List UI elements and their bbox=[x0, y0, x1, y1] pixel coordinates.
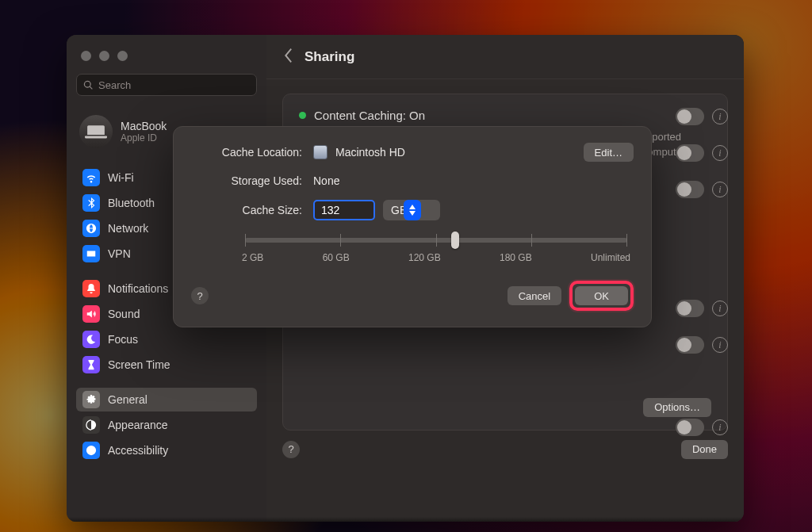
sidebar-item-label: General bbox=[108, 393, 147, 406]
storage-used-label: Storage Used: bbox=[191, 174, 302, 187]
slider-tick-label: 180 GB bbox=[500, 252, 532, 263]
zoom-dot[interactable] bbox=[117, 51, 128, 61]
sidebar-item-label: Screen Time bbox=[108, 358, 170, 371]
hour-icon bbox=[82, 356, 100, 373]
cancel-button[interactable]: Cancel bbox=[508, 286, 561, 305]
cache-options-sheet: Cache Location: Macintosh HD Edit… Stora… bbox=[173, 126, 652, 327]
titlebar: Sharing bbox=[266, 35, 744, 79]
sidebar-item-label: Appearance bbox=[108, 419, 168, 431]
search-placeholder: Search bbox=[98, 79, 131, 91]
info-icon[interactable]: i bbox=[712, 145, 728, 161]
slider-knob[interactable] bbox=[451, 232, 459, 249]
ok-button[interactable]: OK bbox=[575, 286, 628, 305]
cache-size-label: Cache Size: bbox=[191, 204, 302, 216]
search-input[interactable]: Search bbox=[76, 74, 257, 96]
sidebar-item-label: VPN bbox=[108, 247, 131, 260]
slider-tick-label: 60 GB bbox=[323, 252, 350, 263]
moon-icon bbox=[82, 331, 100, 348]
sidebar-item-label: Bluetooth bbox=[108, 197, 155, 209]
slider-labels: 2 GB60 GB120 GB180 GBUnlimited bbox=[242, 252, 630, 263]
info-icon[interactable]: i bbox=[712, 419, 728, 435]
sidebar-item-label: Accessibility bbox=[108, 444, 168, 457]
avatar bbox=[79, 115, 113, 148]
info-icon[interactable]: i bbox=[712, 300, 728, 316]
info-icon[interactable]: i bbox=[712, 182, 728, 197]
sidebar-item-focus[interactable]: Focus bbox=[76, 327, 257, 351]
sidebar-item-label: Sound bbox=[108, 308, 140, 320]
toggle[interactable] bbox=[676, 300, 704, 317]
page-title: Sharing bbox=[304, 49, 354, 65]
gear-icon bbox=[82, 391, 100, 408]
toggle[interactable] bbox=[676, 181, 704, 198]
sheet-help-button[interactable]: ? bbox=[191, 287, 209, 304]
status-dot-on bbox=[299, 112, 306, 119]
panel-title: Content Caching: On bbox=[314, 109, 425, 122]
search-icon bbox=[83, 80, 94, 90]
cache-size-slider[interactable] bbox=[245, 238, 627, 243]
ok-highlight-annotation: OK bbox=[569, 281, 634, 311]
info-icon[interactable]: i bbox=[712, 337, 728, 353]
close-dot[interactable] bbox=[81, 51, 91, 61]
sidebar-item-label: Network bbox=[108, 222, 148, 235]
service-toggle-column: i i i i i i bbox=[676, 98, 728, 446]
toggle[interactable] bbox=[676, 336, 704, 354]
toggle[interactable] bbox=[676, 419, 704, 436]
vpn-icon bbox=[82, 245, 100, 262]
sound-icon bbox=[82, 305, 100, 323]
cache-size-input[interactable] bbox=[313, 200, 375, 220]
cache-location-label: Cache Location: bbox=[191, 146, 302, 159]
back-button[interactable] bbox=[282, 48, 293, 67]
macbook-icon bbox=[85, 124, 107, 140]
acc-icon bbox=[82, 442, 100, 459]
sidebar-item-accessibility[interactable]: Accessibility bbox=[76, 438, 257, 462]
cache-location-value: Macintosh HD bbox=[335, 146, 405, 159]
storage-used-value: None bbox=[313, 174, 339, 187]
bell-icon bbox=[82, 280, 100, 297]
wifi-icon bbox=[82, 169, 100, 186]
sidebar-item-label: Notifications bbox=[108, 282, 168, 295]
slider-tick-label: 120 GB bbox=[408, 252, 441, 263]
sidebar-item-screen-time[interactable]: Screen Time bbox=[76, 353, 257, 377]
sidebar-item-appearance[interactable]: Appearance bbox=[76, 413, 257, 437]
unit-stepper-icon bbox=[404, 200, 421, 220]
edit-location-button[interactable]: Edit… bbox=[584, 143, 634, 162]
slider-tick-label: 2 GB bbox=[242, 252, 263, 263]
toggle[interactable] bbox=[676, 108, 704, 125]
help-button[interactable]: ? bbox=[282, 441, 300, 458]
sidebar-item-label: Focus bbox=[108, 333, 138, 346]
bottom-fade bbox=[67, 517, 744, 522]
bt-icon bbox=[82, 194, 100, 212]
info-icon[interactable]: i bbox=[712, 109, 728, 124]
sidebar-item-general[interactable]: General bbox=[76, 388, 257, 411]
toggle[interactable] bbox=[676, 144, 704, 162]
window-controls[interactable] bbox=[81, 51, 257, 61]
net-icon bbox=[82, 220, 100, 237]
volume-icon bbox=[313, 145, 327, 159]
account-sub: Apple ID bbox=[121, 132, 167, 144]
appear-icon bbox=[82, 416, 100, 434]
slider-tick-label: Unlimited bbox=[591, 252, 630, 263]
cache-size-unit-select[interactable]: GB bbox=[383, 200, 440, 220]
minimize-dot[interactable] bbox=[99, 51, 109, 61]
account-name: MacBook bbox=[121, 120, 167, 132]
sidebar-item-label: Wi-Fi bbox=[108, 171, 134, 184]
